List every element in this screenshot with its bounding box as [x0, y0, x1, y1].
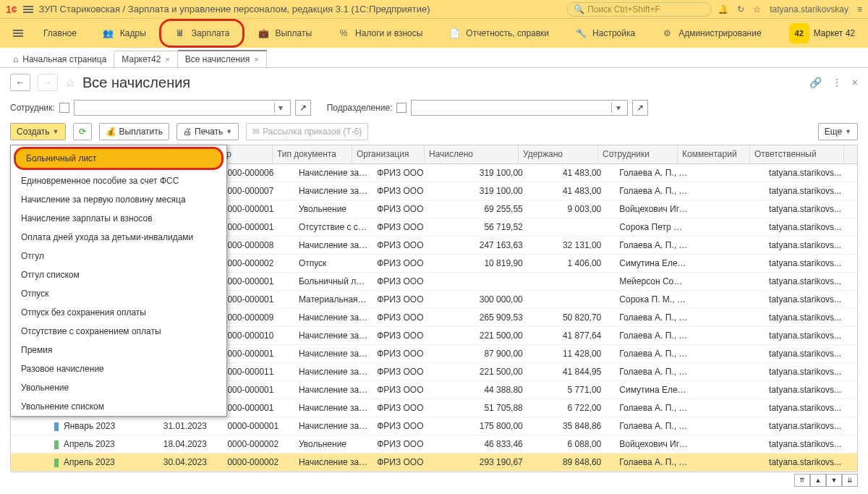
close-page-icon[interactable]: ×	[852, 77, 858, 88]
dd-item[interactable]: Отгул	[11, 247, 226, 265]
dept-filter-input[interactable]: ▾	[411, 100, 628, 116]
refresh-button[interactable]: ⟳	[73, 123, 92, 140]
th-type[interactable]: Тип документа	[273, 145, 352, 163]
page-header: ← → ☆ Все начисления 🔗 ⋮ ×	[0, 68, 868, 97]
dd-item[interactable]: Начисление за первую половину месяца	[11, 190, 226, 209]
more-label: Еще	[825, 127, 842, 137]
table-row[interactable]: Январь 202331.01.20230000-000001Начислен…	[11, 417, 857, 435]
dd-item[interactable]: Отпуск без сохранения оплаты	[11, 303, 226, 322]
tab-market42-label: Маркет42	[122, 54, 161, 64]
star-icon[interactable]: ☆	[753, 4, 761, 14]
menu-nalogi-label: Налоги и взносы	[355, 28, 422, 38]
search-icon: 🔍	[574, 4, 584, 14]
employee-filter-input[interactable]: ▾	[74, 100, 291, 116]
table-row[interactable]: Апрель 202330.04.20230000-000002Начислен…	[11, 453, 857, 472]
tab-home[interactable]: ⌂Начальная страница	[6, 51, 114, 67]
titlebar-menu-icon[interactable]: ≡	[857, 4, 862, 14]
th-comment[interactable]: Комментарий	[678, 145, 750, 163]
dept-open-button[interactable]: ↗	[632, 100, 648, 116]
th-employees[interactable]: Сотрудники	[598, 145, 678, 163]
menu-main[interactable]: Главное	[30, 19, 90, 48]
menu-kadry-label: Кадры	[120, 28, 146, 38]
search-placeholder: Поиск Ctrl+Shift+F	[587, 4, 660, 14]
menu-settings[interactable]: 🔧Настройка	[562, 19, 648, 48]
print-button[interactable]: 🖨Печать▼	[176, 123, 239, 140]
username[interactable]: tatyana.starikovskay	[770, 4, 848, 14]
dd-item[interactable]: Отпуск	[11, 284, 226, 303]
tabs-row: ⌂Начальная страница Маркет42× Все начисл…	[0, 48, 868, 68]
back-button[interactable]: ←	[10, 74, 30, 91]
menu-icon[interactable]	[23, 6, 33, 13]
menu-kadry[interactable]: 👥Кадры	[90, 19, 159, 48]
dd-item[interactable]: Отсутствие с сохранением оплаты	[11, 322, 226, 341]
mail-button: ✉Рассылка приказов (Т-6)	[246, 123, 368, 140]
menu-vyplaty-label: Выплаты	[275, 28, 312, 38]
dept-filter-checkbox[interactable]	[396, 103, 407, 113]
table-row[interactable]: Апрель 202318.04.20230000-000002Увольнен…	[11, 435, 857, 453]
th-accrued[interactable]: Начислено	[425, 145, 519, 163]
forward-button: →	[38, 74, 58, 91]
dd-item[interactable]: Единовременное пособие за счет ФСС	[11, 171, 226, 190]
percent-icon: %	[338, 27, 349, 39]
content: Месяц Дата Номер Тип документа Организац…	[10, 145, 858, 487]
people-icon: 👥	[103, 27, 114, 39]
dd-item[interactable]: Начисление зарплаты и взносов	[11, 209, 226, 228]
table-nav: ⇈ ▲ ▼ ⇊	[10, 474, 858, 487]
dd-item[interactable]: Больничный лист	[14, 147, 224, 170]
dd-item[interactable]: Оплата дней ухода за детьми-инвалидами	[11, 228, 226, 247]
employee-open-button[interactable]: ↗	[295, 100, 311, 116]
create-button[interactable]: Создать▼	[10, 123, 66, 140]
page-title: Все начисления	[82, 74, 190, 91]
menu-main-label: Главное	[43, 28, 77, 38]
chevron-down-icon: ▼	[53, 128, 59, 135]
bell-icon[interactable]: 🔔	[718, 4, 728, 14]
dd-item[interactable]: Премия	[11, 341, 226, 359]
create-dropdown: Больничный листЕдиновременное пособие за…	[10, 145, 227, 417]
history-icon[interactable]: ↻	[737, 4, 744, 14]
kebab-icon[interactable]: ⋮	[832, 77, 842, 88]
menu-admin-label: Администрирование	[678, 28, 761, 38]
print-icon: 🖨	[183, 127, 192, 137]
tab-accruals[interactable]: Все начисления×	[178, 50, 267, 67]
nav-up[interactable]: ▲	[810, 474, 826, 487]
chevron-down-icon: ▼	[845, 128, 851, 135]
employee-filter-checkbox[interactable]	[59, 103, 69, 113]
menu-vyplaty[interactable]: 💼Выплаты	[244, 19, 325, 48]
chevron-down-icon[interactable]: ▾	[274, 103, 287, 113]
sections-icon[interactable]	[13, 30, 23, 37]
market42-badge[interactable]: 42	[789, 23, 809, 43]
menu-zarplata[interactable]: 🖩Зарплата	[159, 19, 245, 48]
dd-item[interactable]: Увольнение списком	[11, 397, 226, 416]
filter-row: Сотрудник: ▾ ↗ Подразделение: ▾ ↗	[0, 97, 868, 119]
th-responsible[interactable]: Ответственный	[750, 145, 844, 163]
menu-reports[interactable]: 📄Отчетность, справки	[435, 19, 562, 48]
chevron-down-icon: ▼	[226, 128, 232, 135]
nav-first[interactable]: ⇈	[794, 474, 810, 487]
th-deducted[interactable]: Удержано	[519, 145, 598, 163]
more-button[interactable]: Еще▼	[818, 123, 858, 140]
dd-item[interactable]: Отгул списком	[11, 265, 226, 284]
dd-item[interactable]: Увольнение	[11, 378, 226, 397]
market42-label[interactable]: Маркет 42	[814, 28, 855, 38]
nav-last[interactable]: ⇊	[842, 474, 858, 487]
doc-icon	[54, 459, 59, 467]
tab-market42[interactable]: Маркет42×	[114, 51, 177, 67]
nav-down[interactable]: ▼	[826, 474, 842, 487]
pay-button[interactable]: 💰Выплатить	[99, 123, 170, 140]
toolbar: Создать▼ ⟳ 💰Выплатить 🖨Печать▼ ✉Рассылка…	[0, 119, 868, 145]
favorite-icon[interactable]: ☆	[65, 76, 75, 90]
tab-accruals-label: Все начисления	[185, 54, 250, 64]
chevron-down-icon[interactable]: ▾	[611, 103, 624, 113]
mail-label: Рассылка приказов (Т-6)	[263, 127, 362, 137]
menu-admin[interactable]: ⚙Администрирование	[648, 19, 774, 48]
th-org[interactable]: Организация	[352, 145, 425, 163]
close-icon[interactable]: ×	[254, 55, 258, 64]
menu-nalogi[interactable]: %Налоги и взносы	[325, 19, 435, 48]
link-icon[interactable]: 🔗	[809, 77, 822, 88]
calculator-icon: 🖩	[174, 27, 186, 39]
global-search[interactable]: 🔍 Поиск Ctrl+Shift+F	[567, 2, 712, 17]
close-icon[interactable]: ×	[165, 55, 169, 64]
dept-filter-label: Подразделение:	[327, 103, 393, 113]
menu-reports-label: Отчетность, справки	[466, 28, 549, 38]
dd-item[interactable]: Разовое начисление	[11, 359, 226, 378]
